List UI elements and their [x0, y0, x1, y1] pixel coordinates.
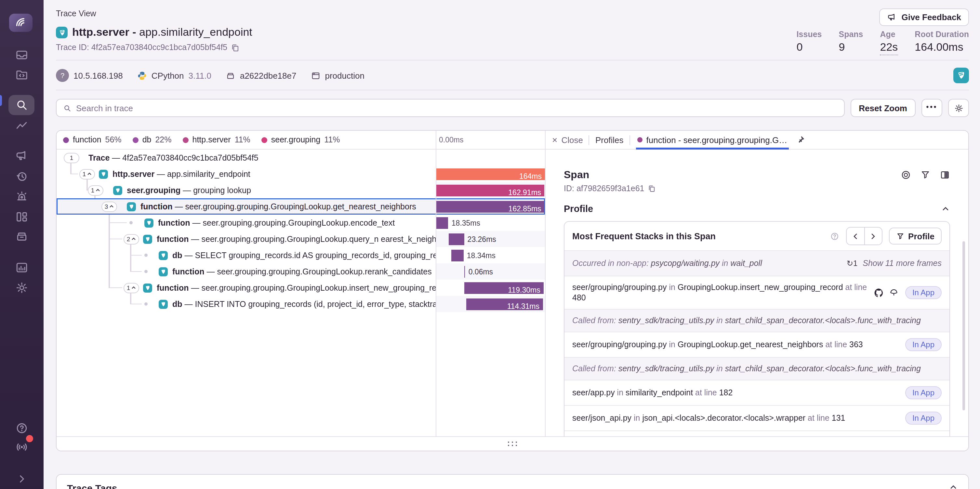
close-drawer-button[interactable]: ×Close	[552, 135, 583, 145]
sidebar-item-settings[interactable]	[0, 278, 44, 297]
copy-icon[interactable]	[648, 185, 655, 193]
span-duration-cell[interactable]	[436, 150, 545, 166]
prev-stack-button[interactable]	[846, 228, 864, 244]
tree-duration-divider[interactable]	[436, 131, 436, 436]
search-icon	[63, 104, 72, 112]
span-tree-row[interactable]: 1http.server — app.similarity_endpoint16…	[57, 166, 545, 182]
open-profile-button[interactable]: Profile	[889, 228, 942, 244]
tab-span-function[interactable]: function - seer.grouping.grouping.G…	[636, 131, 789, 149]
span-tree-row[interactable]: 3function — seer.grouping.grouping.Group…	[57, 198, 545, 215]
next-stack-button[interactable]	[864, 228, 881, 244]
collapse-section-icon[interactable]	[949, 483, 958, 489]
runtime[interactable]: CPython 3.11.0	[137, 70, 212, 80]
stack-frame-row[interactable]: seer/app.py in similarity_endpoint at li…	[565, 380, 950, 405]
children-count-badge[interactable]: 3	[102, 201, 117, 212]
span-op-icon	[159, 251, 168, 260]
filter-icon[interactable]	[920, 170, 931, 180]
span-duration-cell[interactable]: 162.91ms	[436, 182, 545, 198]
span-duration-cell[interactable]: 119.30ms	[436, 280, 545, 296]
span-row-label-cell: 1Trace — 4f2a57ea703840cc9c1bca7d05bf54f…	[57, 150, 436, 166]
span-duration-cell[interactable]: 23.26ms	[436, 231, 545, 247]
span-tree-row[interactable]: 1function — seer.grouping.grouping.Group…	[57, 280, 545, 296]
sidebar-item-search[interactable]	[0, 95, 44, 115]
more-options-button[interactable]: •••	[921, 99, 942, 117]
span-duration-cell[interactable]: 18.35ms	[436, 215, 545, 231]
project-avatar[interactable]	[953, 68, 969, 83]
children-count-badge[interactable]: 1	[88, 185, 103, 195]
stat-value[interactable]: 22s	[880, 41, 898, 55]
sidebar-item-whats-new[interactable]	[0, 437, 44, 457]
duration-bar[interactable]: 114.31ms	[466, 298, 542, 310]
children-count-badge[interactable]: 1	[80, 169, 95, 179]
help-icon[interactable]	[829, 231, 839, 241]
legend-item-http-server[interactable]: http.server11%	[183, 135, 250, 144]
stack-frame-row[interactable]: seer/dependency_injection.py in inject.<…	[565, 430, 950, 436]
span-tree-row[interactable]: 2function — seer.grouping.grouping.Group…	[57, 231, 545, 247]
span-duration-cell[interactable]: 162.85ms	[436, 198, 545, 215]
sidebar-item-releases[interactable]	[0, 226, 44, 246]
duration-bar[interactable]	[464, 266, 465, 277]
sidebar-item-explore[interactable]	[0, 64, 44, 84]
duration-bar[interactable]: 164ms	[436, 168, 545, 180]
in-app-badge[interactable]: In App	[905, 412, 942, 425]
children-count-badge[interactable]: 2	[124, 234, 139, 244]
in-app-badge[interactable]: In App	[905, 338, 942, 351]
tab-profiles[interactable]: Profiles	[595, 135, 624, 145]
detail-scrollbar[interactable]	[963, 241, 965, 410]
sidebar-item-stats[interactable]	[0, 258, 44, 277]
span-tree-row[interactable]: function — seer.grouping.grouping.Groupi…	[57, 263, 545, 280]
sidebar-item-dashboards[interactable]	[0, 207, 44, 226]
copy-icon[interactable]	[231, 43, 239, 52]
focus-icon[interactable]	[900, 170, 911, 180]
duration-bar[interactable]	[449, 233, 464, 245]
duration-bar[interactable]	[451, 249, 464, 261]
duration-bar[interactable]: 119.30ms	[464, 282, 543, 294]
sidebar-item-replays[interactable]	[0, 166, 44, 186]
sentry-logo[interactable]	[9, 14, 32, 32]
span-duration-cell[interactable]: 0.06ms	[436, 263, 545, 280]
span-duration-cell[interactable]: 18.34ms	[436, 247, 545, 263]
trace-settings-button[interactable]	[948, 99, 969, 117]
legend-item-seer-grouping[interactable]: seer.grouping11%	[261, 135, 340, 144]
sidebar-item-feedback[interactable]	[0, 146, 44, 165]
span-tree-row[interactable]: function — seer.grouping.grouping.Groupi…	[57, 215, 545, 231]
children-count-badge[interactable]: 1	[64, 153, 80, 163]
sidebar-item-insights[interactable]	[0, 116, 44, 135]
collapse-section-icon[interactable]	[941, 204, 950, 213]
sidebar-item-alerts[interactable]	[0, 186, 44, 206]
span-tree-row[interactable]: 1Trace — 4f2a57ea703840cc9c1bca7d05bf54f…	[57, 150, 545, 166]
span-tree-row[interactable]: db — SELECT grouping_records.id AS group…	[57, 247, 545, 263]
span-duration-cell[interactable]: 114.31ms	[436, 296, 545, 312]
seer-source-icon[interactable]	[889, 288, 899, 298]
span-tree-row[interactable]: 1seer.grouping — grouping lookup162.91ms	[57, 182, 545, 198]
duration-bar[interactable]: 162.91ms	[436, 184, 545, 196]
in-app-badge[interactable]: In App	[905, 286, 942, 299]
search-input[interactable]	[76, 103, 837, 113]
stack-frame-row[interactable]: seer/grouping/grouping.py in GroupingLoo…	[565, 276, 950, 309]
span-duration-cell[interactable]: 164ms	[436, 166, 545, 182]
sidebar-item-collapse[interactable]	[0, 469, 44, 488]
in-app-badge[interactable]: In App	[905, 386, 942, 399]
span-tree-row[interactable]: db — INSERT INTO grouping_records (id, p…	[57, 296, 545, 312]
github-icon[interactable]	[874, 288, 884, 298]
show-more-frames-link[interactable]: Show 11 more frames	[862, 259, 942, 268]
release[interactable]: a2622dbe18e7	[226, 70, 296, 80]
children-count-badge[interactable]: 1	[124, 282, 139, 293]
sidebar-item-issues[interactable]	[0, 45, 44, 64]
pin-tab-button[interactable]	[795, 135, 805, 144]
duration-bar[interactable]: 162.85ms	[436, 201, 545, 212]
search-box[interactable]	[56, 99, 845, 117]
stack-frame-row[interactable]: seer/json_api.py in json_api.<locals>.de…	[565, 405, 950, 430]
give-feedback-button[interactable]: Give Feedback	[879, 8, 969, 26]
stack-frame-row[interactable]: seer/grouping/grouping.py in GroupingLoo…	[565, 331, 950, 357]
duration-bar[interactable]	[436, 217, 449, 229]
user-ip[interactable]: ? 10.5.168.198	[56, 69, 123, 82]
drag-handle[interactable]	[508, 441, 517, 446]
layout-columns-icon[interactable]	[940, 170, 950, 180]
legend-item-db[interactable]: db22%	[133, 135, 172, 144]
gear-icon	[954, 103, 963, 113]
environment[interactable]: production	[310, 70, 364, 80]
sidebar-item-help[interactable]	[0, 418, 44, 438]
reset-zoom-button[interactable]: Reset Zoom	[850, 99, 916, 117]
legend-item-function[interactable]: function56%	[63, 135, 122, 144]
